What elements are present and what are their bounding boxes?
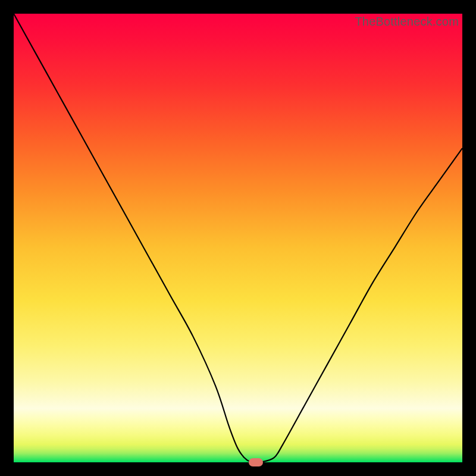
chart-frame: TheBottleneck.com bbox=[0, 0, 476, 476]
bottleneck-curve bbox=[14, 14, 462, 462]
plot-area: TheBottleneck.com bbox=[14, 14, 462, 462]
optimal-marker bbox=[249, 458, 263, 466]
curve-path bbox=[14, 14, 462, 463]
